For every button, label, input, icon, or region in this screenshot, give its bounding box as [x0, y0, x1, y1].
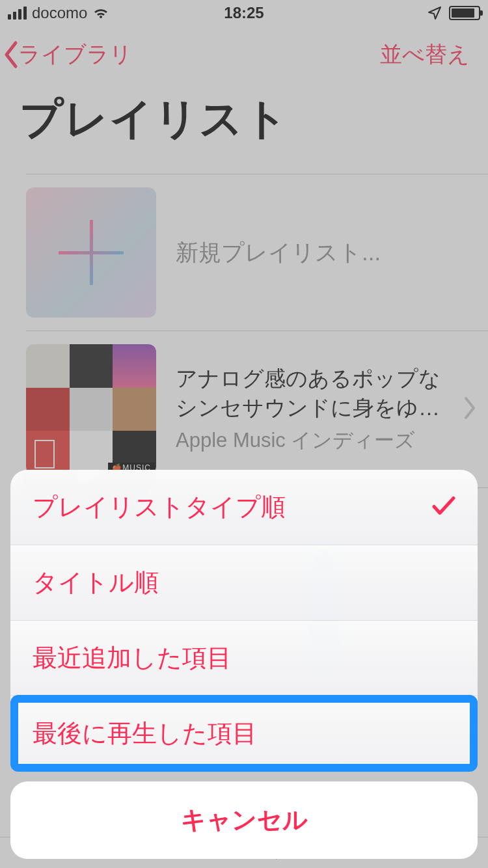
- option-label: タイトル順: [33, 569, 159, 596]
- sort-option-recently-played[interactable]: 最後に再生した項目: [10, 696, 478, 771]
- sort-option-title[interactable]: タイトル順: [10, 545, 478, 621]
- checkmark-icon: [432, 493, 455, 521]
- sort-option-playlist-type[interactable]: プレイリストタイプ順: [10, 470, 478, 545]
- option-label: 最近追加した項目: [33, 644, 232, 671]
- option-label: プレイリストタイプ順: [33, 493, 286, 521]
- action-sheet: プレイリストタイプ順 タイトル順 最近追加した項目 最後に再生した項目 キャンセ…: [10, 470, 478, 859]
- cancel-button[interactable]: キャンセル: [10, 781, 478, 859]
- option-label: 最後に再生した項目: [33, 720, 257, 747]
- sort-option-recently-added[interactable]: 最近追加した項目: [10, 621, 478, 696]
